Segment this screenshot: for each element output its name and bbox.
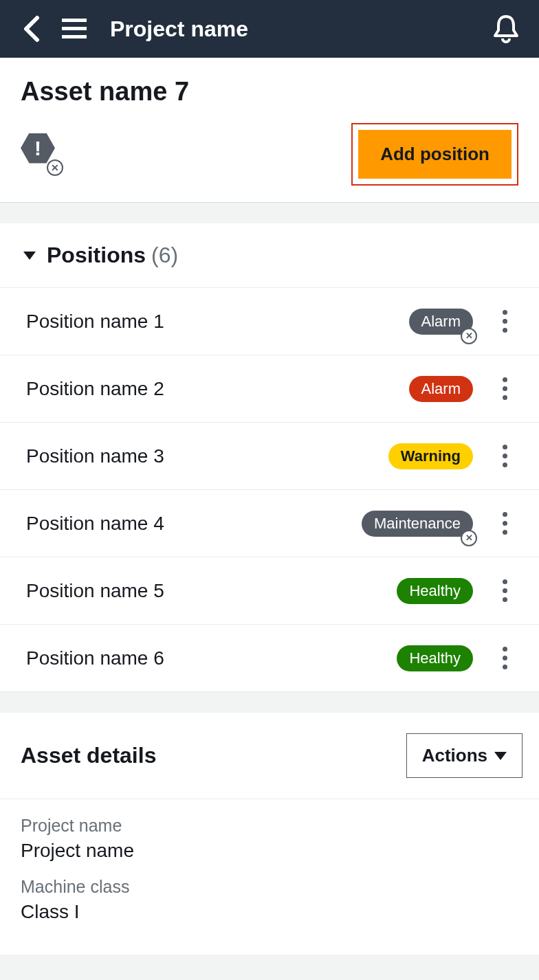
detail-item: Machine classClass I	[21, 877, 518, 923]
svg-rect-1	[62, 27, 87, 30]
status-badge: Warning	[388, 443, 473, 469]
status-badge-wrap: Alarm	[409, 376, 473, 402]
alert-status-icon: ! ✕	[21, 133, 63, 176]
add-position-button[interactable]: Add position	[358, 130, 512, 179]
positions-count: (6)	[151, 243, 178, 268]
position-row[interactable]: Position name 6Healthy	[0, 625, 539, 692]
detail-value: Project name	[21, 840, 518, 862]
status-badge-wrap: Healthy	[397, 645, 473, 671]
svg-rect-2	[62, 35, 87, 38]
status-badge-wrap: Maintenance✕	[362, 511, 473, 537]
bell-icon[interactable]	[490, 12, 522, 45]
muted-icon: ✕	[461, 328, 477, 344]
position-row[interactable]: Position name 5Healthy	[0, 557, 539, 625]
add-position-highlight: Add position	[351, 123, 518, 186]
positions-section: Positions (6) Position name 1Alarm✕Posit…	[0, 223, 539, 692]
status-badge-wrap: Warning	[388, 443, 473, 469]
detail-item: Project nameProject name	[21, 816, 518, 862]
position-row[interactable]: Position name 2Alarm	[0, 355, 539, 423]
kebab-menu-icon[interactable]	[491, 512, 518, 535]
status-badge: Alarm	[409, 376, 473, 402]
caret-down-icon	[23, 252, 36, 260]
detail-label: Machine class	[21, 877, 518, 897]
position-row[interactable]: Position name 1Alarm✕	[0, 288, 539, 355]
position-name: Position name 1	[26, 311, 409, 333]
caret-down-icon	[494, 752, 507, 760]
muted-icon: ✕	[461, 530, 477, 546]
back-icon[interactable]	[16, 14, 47, 44]
header-title: Project name	[110, 16, 490, 42]
positions-title: Positions	[47, 243, 146, 268]
kebab-menu-icon[interactable]	[491, 310, 518, 333]
detail-label: Project name	[21, 816, 518, 836]
actions-button[interactable]: Actions	[406, 733, 522, 778]
detail-value: Class I	[21, 901, 518, 923]
details-section: Asset details Actions Project nameProjec…	[0, 713, 539, 955]
details-body: Project nameProject nameMachine classCla…	[0, 799, 539, 955]
positions-list: Position name 1Alarm✕Position name 2Alar…	[0, 288, 539, 692]
position-row[interactable]: Position name 3Warning	[0, 423, 539, 490]
position-name: Position name 5	[26, 580, 397, 602]
asset-header: Asset name 7 ! ✕ Add position	[0, 58, 539, 203]
details-title: Asset details	[21, 743, 156, 768]
status-badge: Maintenance	[362, 511, 473, 537]
svg-rect-0	[62, 19, 87, 22]
menu-icon[interactable]	[59, 14, 89, 44]
status-badge: Healthy	[397, 578, 473, 604]
position-name: Position name 6	[26, 647, 397, 669]
asset-title: Asset name 7	[21, 77, 518, 107]
actions-label: Actions	[422, 745, 487, 766]
details-header: Asset details Actions	[0, 713, 539, 799]
status-badge-wrap: Healthy	[397, 578, 473, 604]
position-name: Position name 3	[26, 445, 388, 467]
app-header: Project name	[0, 0, 539, 58]
asset-header-row: ! ✕ Add position	[21, 123, 518, 186]
kebab-menu-icon[interactable]	[491, 579, 518, 602]
kebab-menu-icon[interactable]	[491, 647, 518, 669]
position-name: Position name 4	[26, 513, 362, 535]
positions-section-header[interactable]: Positions (6)	[0, 223, 539, 288]
hexagon-alert-icon: !	[21, 133, 55, 164]
kebab-menu-icon[interactable]	[491, 445, 518, 467]
muted-icon: ✕	[47, 159, 63, 176]
kebab-menu-icon[interactable]	[491, 377, 518, 400]
position-name: Position name 2	[26, 378, 409, 400]
status-badge: Healthy	[397, 645, 473, 671]
position-row[interactable]: Position name 4Maintenance✕	[0, 490, 539, 557]
status-badge-wrap: Alarm✕	[409, 309, 473, 335]
